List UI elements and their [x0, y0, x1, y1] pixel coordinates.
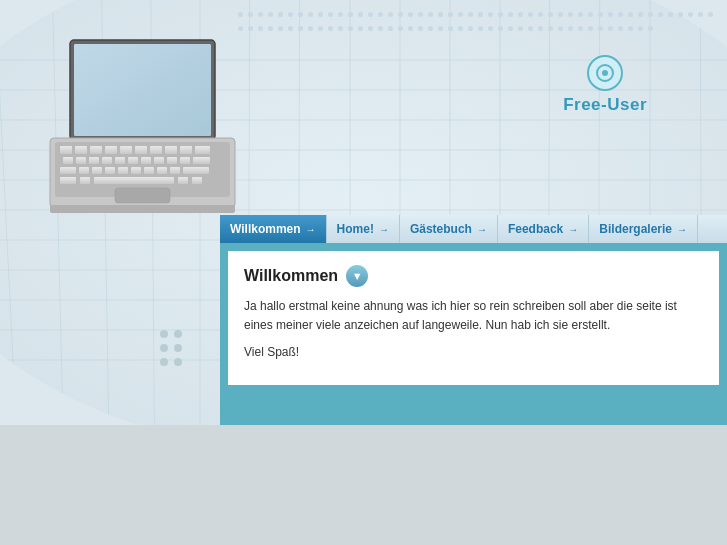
svg-rect-69 — [183, 167, 209, 174]
nav-item-bildergalerie[interactable]: Bildergalerie → — [589, 215, 698, 243]
nav-arrow-icon: → — [306, 224, 316, 235]
decoration-circle — [160, 358, 168, 366]
svg-rect-49 — [63, 157, 73, 164]
content-title: Willkommen — [244, 267, 338, 285]
svg-rect-62 — [92, 167, 102, 174]
svg-rect-52 — [102, 157, 112, 164]
svg-rect-47 — [180, 146, 192, 154]
svg-rect-75 — [115, 188, 170, 203]
svg-rect-42 — [105, 146, 117, 154]
svg-rect-40 — [75, 146, 87, 154]
nav-item-gstebuch[interactable]: Gästebuch → — [400, 215, 498, 243]
svg-rect-59 — [193, 157, 210, 164]
svg-rect-57 — [167, 157, 177, 164]
main-content: Willkommen ▼ Ja hallo erstmal keine ahnu… — [220, 243, 727, 425]
nav-arrow-icon: → — [568, 224, 578, 235]
svg-rect-48 — [195, 146, 210, 154]
svg-rect-72 — [94, 177, 174, 184]
circle-row-2 — [160, 344, 182, 352]
svg-rect-66 — [144, 167, 154, 174]
decoration-circle — [160, 344, 168, 352]
content-text: Ja hallo erstmal keine ahnung was ich hi… — [244, 297, 703, 363]
content-title-bar: Willkommen ▼ — [244, 265, 703, 287]
title-dropdown-button[interactable]: ▼ — [346, 265, 368, 287]
svg-rect-54 — [128, 157, 138, 164]
svg-rect-36 — [74, 44, 211, 136]
svg-point-33 — [602, 70, 608, 76]
svg-rect-44 — [135, 146, 147, 154]
svg-rect-63 — [105, 167, 115, 174]
svg-rect-53 — [115, 157, 125, 164]
nav-arrow-icon: → — [379, 224, 389, 235]
nav-item-feedback[interactable]: Feedback → — [498, 215, 589, 243]
svg-rect-61 — [79, 167, 89, 174]
dot-pattern: // Generate dots dynamically for(let i =… — [230, 8, 727, 38]
logo-area: Free-User — [563, 55, 647, 115]
svg-rect-70 — [60, 177, 76, 184]
nav-arrow-icon: → — [677, 224, 687, 235]
svg-rect-67 — [157, 167, 167, 174]
side-circles — [160, 330, 182, 366]
svg-rect-64 — [118, 167, 128, 174]
svg-rect-46 — [165, 146, 177, 154]
svg-rect-68 — [170, 167, 180, 174]
svg-rect-76 — [50, 205, 235, 213]
content-para-1: Ja hallo erstmal keine ahnung was ich hi… — [244, 297, 703, 335]
circle-row-3 — [160, 358, 182, 366]
svg-rect-56 — [154, 157, 164, 164]
logo-text: Free-User — [563, 95, 647, 115]
logo-icon — [587, 55, 623, 91]
svg-rect-41 — [90, 146, 102, 154]
laptop-image — [30, 30, 250, 240]
content-para-2: Viel Spaß! — [244, 343, 703, 362]
svg-rect-45 — [150, 146, 162, 154]
decoration-circle — [174, 358, 182, 366]
nav-arrow-icon: → — [477, 224, 487, 235]
svg-rect-55 — [141, 157, 151, 164]
decoration-circle — [160, 330, 168, 338]
nav-bar: Willkommen →Home! →Gästebuch →Feedback →… — [220, 215, 727, 243]
svg-rect-73 — [178, 177, 188, 184]
svg-rect-65 — [131, 167, 141, 174]
svg-rect-74 — [192, 177, 202, 184]
nav-item-home[interactable]: Home! → — [327, 215, 400, 243]
decoration-circle — [174, 344, 182, 352]
decoration-circle — [174, 330, 182, 338]
svg-rect-39 — [60, 146, 72, 154]
bottom-area — [0, 425, 727, 545]
svg-rect-50 — [76, 157, 86, 164]
nav-item-willkommen[interactable]: Willkommen → — [220, 215, 327, 243]
svg-rect-58 — [180, 157, 190, 164]
svg-rect-51 — [89, 157, 99, 164]
circle-row-1 — [160, 330, 182, 338]
svg-rect-43 — [120, 146, 132, 154]
content-box: Willkommen ▼ Ja hallo erstmal keine ahnu… — [228, 251, 719, 385]
svg-rect-71 — [80, 177, 90, 184]
svg-rect-60 — [60, 167, 76, 174]
